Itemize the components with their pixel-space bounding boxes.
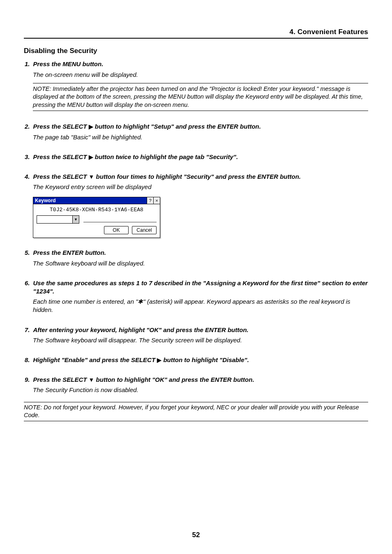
step-text: Press the SELECT ▶ button twice to highl… (33, 153, 238, 161)
right-arrow-icon: ▶ (89, 123, 93, 130)
step-text-pre: Highlight "Enable" and press the SELECT (33, 356, 157, 363)
footnote: NOTE: Do not forget your keyword. Howeve… (24, 402, 368, 421)
ok-button[interactable]: OK (104, 226, 129, 234)
step-6: 6. Use the same procedures as steps 1 to… (24, 279, 368, 295)
keyword-entry-line (83, 217, 157, 222)
step-text: Press the SELECT ▼ button four times to … (33, 173, 301, 181)
dialog-input-row: ▼ (37, 215, 157, 224)
step-number: 1. (25, 60, 30, 68)
step-text: Press the ENTER button. (33, 249, 106, 257)
step-text: Highlight "Enable" and press the SELECT … (33, 356, 249, 364)
keyword-dialog: Keyword ? × T0J2-45K8-XCHN-R543-1YA6-EEA… (33, 197, 160, 238)
step-text: Press the MENU button. (33, 60, 104, 68)
step-9: 9. Press the SELECT ▼ button to highligh… (24, 376, 368, 384)
step-number: 7. (25, 326, 30, 334)
step-text-pre: Press the SELECT (33, 123, 89, 130)
chevron-down-icon[interactable]: ▼ (72, 216, 79, 223)
step-number: 8. (25, 356, 30, 364)
section-title: Disabling the Security (24, 47, 368, 55)
step-2-desc: The page tab "Basic" will be highlighted… (33, 133, 368, 141)
step-number: 9. (25, 376, 30, 384)
page-number: 52 (0, 531, 392, 539)
step-1-desc: The on-screen menu will be displayed. (33, 71, 368, 79)
step-number: 2. (25, 122, 30, 131)
step-4: 4. Press the SELECT ▼ button four times … (24, 173, 368, 181)
step-text-pre: Press the SELECT (33, 376, 89, 383)
step-number: 6. (25, 279, 30, 295)
step-9-desc: The Security Function is now disabled. (33, 386, 368, 394)
cancel-button[interactable]: Cancel (132, 226, 157, 234)
dialog-buttons: OK Cancel (37, 226, 157, 234)
step-7: 7. After entering your keyword, highligh… (24, 326, 368, 334)
down-arrow-icon: ▼ (89, 173, 95, 180)
step-text: Use the same procedures as steps 1 to 7 … (33, 279, 368, 295)
right-arrow-icon: ▶ (157, 357, 161, 363)
dialog-body: T0J2-45K8-XCHN-R543-1YA6-EEA8 ▼ OK Cance… (33, 204, 160, 238)
step-text-post: button to highlight "Disable". (161, 356, 249, 363)
help-icon[interactable]: ? (147, 197, 153, 204)
step-text-post: button to highlight "OK" and press the E… (94, 376, 254, 383)
step-1: 1. Press the MENU button. (24, 60, 368, 68)
step-4-desc: The Keyword entry screen will be display… (33, 183, 368, 191)
step-text-post: button twice to highlight the page tab "… (93, 153, 238, 160)
step-text-post: button four times to highlight "Security… (94, 173, 301, 180)
step-7-desc: The Software keyboard will disappear. Th… (33, 336, 368, 344)
keyword-select[interactable]: ▼ (37, 215, 79, 224)
step-5: 5. Press the ENTER button. (24, 249, 368, 257)
step-text: Press the SELECT ▶ button to highlight "… (33, 122, 261, 131)
step-text-pre: Press the SELECT (33, 173, 89, 180)
step-3: 3. Press the SELECT ▶ button twice to hi… (24, 153, 368, 161)
keyword-select-value (37, 216, 72, 223)
step-1-note: NOTE: Immediately after the projector ha… (33, 83, 368, 111)
step-text-pre: Press the SELECT (33, 153, 89, 160)
keyword-code: T0J2-45K8-XCHN-R543-1YA6-EEA8 (37, 206, 157, 215)
step-text: Press the SELECT ▼ button to highlight "… (33, 376, 254, 384)
page: 4. Convenient Features Disabling the Sec… (0, 0, 392, 554)
step-number: 4. (25, 173, 30, 181)
step-6-desc: Each time one number is entered, an "✱" … (33, 298, 368, 314)
step-8: 8. Highlight "Enable" and press the SELE… (24, 356, 368, 364)
dialog-title: Keyword (33, 197, 147, 204)
step-number: 5. (25, 249, 30, 257)
right-arrow-icon: ▶ (89, 154, 93, 160)
close-icon[interactable]: × (153, 197, 160, 204)
step-number: 3. (25, 153, 30, 161)
step-text-post: button to highlight "Setup" and press th… (93, 123, 261, 130)
step-2: 2. Press the SELECT ▶ button to highligh… (24, 122, 368, 131)
chapter-header: 4. Convenient Features (24, 28, 368, 39)
step-5-desc: The Software keyboard will be displayed. (33, 259, 368, 268)
dialog-titlebar: Keyword ? × (33, 197, 160, 204)
step-text: After entering your keyword, highlight "… (33, 326, 249, 334)
down-arrow-icon: ▼ (89, 376, 95, 383)
